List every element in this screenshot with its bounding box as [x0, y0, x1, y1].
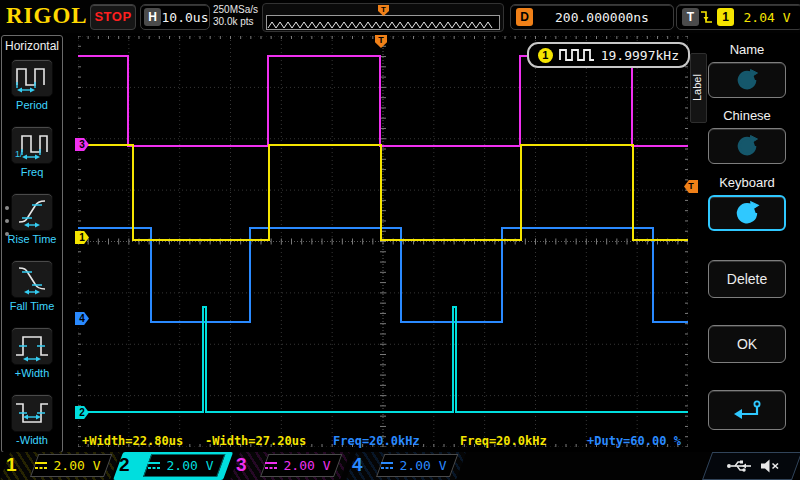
timebase-control[interactable]: H 10.0us — [140, 4, 210, 30]
dc-coupling-icon — [380, 461, 394, 471]
menu-item-plus-width[interactable]: +Width — [2, 327, 62, 379]
channel-2-indicator[interactable]: 22.00 V — [113, 452, 223, 480]
trigger-level-value: 2.04 V — [734, 10, 800, 25]
measurement-5: +Duty=60.00 % — [587, 434, 681, 448]
page-indicator-dot — [5, 206, 9, 210]
run-state-indicator[interactable]: STOP — [90, 4, 136, 30]
bottom-channel-bar: 12.00 V22.00 V32.00 V42.00 V — [0, 452, 800, 480]
memory-window — [266, 15, 500, 30]
svg-text:1/: 1/ — [15, 149, 23, 159]
period-icon — [11, 59, 53, 97]
channel-scale-value: 2.00 V — [54, 458, 101, 473]
softkey-ok-button[interactable]: OK — [708, 325, 786, 363]
menu-tab-label: Label — [690, 53, 707, 123]
dc-coupling-icon — [34, 461, 48, 471]
channel-scale-box: 2.00 V — [143, 454, 217, 477]
softkey-name-label: Name — [708, 42, 786, 57]
measurement-row: +Width=22.80us-Width=27.20usFreq=20.0kHz… — [76, 434, 690, 449]
delay-icon: D — [516, 8, 533, 26]
softkey-chinese-button[interactable] — [708, 128, 786, 164]
page-indicator-dot — [5, 232, 9, 236]
measurement-4: Freq=20.0kHz — [460, 434, 547, 448]
acquisition-info: 250MSa/s 30.0k pts — [213, 4, 258, 28]
channel-scale-box: 2.00 V — [260, 454, 334, 477]
usb-icon — [726, 458, 752, 474]
falling-edge-icon — [699, 8, 714, 26]
oscilloscope-screen: RIGOL STOP H 10.0us 250MSa/s 30.0k pts T… — [0, 0, 800, 480]
right-softkey-menu: Label Name Chinese Keyboard Delete OK — [688, 33, 800, 452]
memory-position-bar[interactable]: T — [262, 3, 504, 32]
channel-scale-box: 2.00 V — [376, 454, 450, 477]
measurement-1: +Width=22.80us — [82, 434, 183, 448]
menu-item-minus-width[interactable]: -Width — [2, 394, 62, 446]
channel-4-indicator[interactable]: 42.00 V — [346, 452, 456, 480]
channel-1-indicator[interactable]: 12.00 V — [0, 452, 110, 480]
cycle-icon — [735, 68, 759, 92]
waveform-display: 1 19.9997kHz +Width=22.80us-Width=27.20u… — [76, 33, 690, 452]
trigger-icon: T — [682, 8, 699, 26]
dc-coupling-icon — [264, 461, 278, 471]
left-menu-title: Horizontal — [2, 39, 62, 53]
channel-number: 4 — [352, 454, 363, 476]
plus-width-icon — [11, 327, 53, 365]
measurement-2: -Width=27.20us — [205, 434, 306, 448]
channel-number: 3 — [236, 454, 247, 476]
softkey-enter-button[interactable] — [708, 390, 786, 430]
counter-source-badge: 1 — [538, 48, 553, 63]
trigger-control[interactable]: T 1 2.04 V — [676, 4, 800, 30]
speaker-muted-icon — [760, 458, 780, 474]
softkey-chinese-label: Chinese — [708, 108, 786, 123]
channel-scale-value: 2.00 V — [400, 458, 447, 473]
counter-value: 19.9997kHz — [601, 48, 679, 63]
measurement-3: Freq=20.0kHz — [333, 434, 420, 448]
delay-value: 200.000000ns — [533, 10, 671, 25]
memory-waveform-icon — [267, 19, 497, 30]
rigol-logo: RIGOL — [6, 3, 88, 29]
dc-coupling-icon — [147, 461, 161, 471]
menu-item-period[interactable]: Period — [2, 59, 62, 111]
status-block — [702, 452, 792, 480]
fall-time-icon — [11, 260, 53, 298]
softkey-keyboard-label: Keyboard — [708, 175, 786, 190]
page-indicator-dot — [5, 219, 9, 223]
minus-width-icon — [11, 394, 53, 432]
channel-3-indicator[interactable]: 32.00 V — [230, 452, 340, 480]
channel-scale-value: 2.00 V — [284, 458, 331, 473]
enter-arrow-icon — [730, 398, 764, 422]
memory-depth: 30.0k pts — [213, 16, 258, 28]
rise-time-icon — [11, 193, 53, 231]
softkey-name-button[interactable] — [708, 62, 786, 98]
delay-control[interactable]: D 200.000000ns — [510, 4, 674, 30]
cycle-icon — [735, 134, 759, 158]
channel-scale-box: 2.00 V — [30, 454, 104, 477]
freq-icon: 1/ — [11, 126, 53, 164]
timebase-value: 10.0us — [161, 10, 209, 25]
channel-number: 2 — [119, 454, 130, 476]
graticule — [78, 36, 688, 447]
menu-item-freq[interactable]: 1/ Freq — [2, 126, 62, 178]
left-function-menu: Horizontal Period 1/ — [1, 35, 63, 453]
horizontal-icon: H — [144, 8, 161, 26]
menu-item-rise-time[interactable]: Rise Time — [2, 193, 62, 245]
channel-number: 1 — [6, 454, 17, 476]
cycle-icon — [734, 200, 760, 226]
frequency-counter: 1 19.9997kHz — [527, 42, 690, 68]
square-wave-icon — [559, 49, 595, 61]
top-status-bar: RIGOL STOP H 10.0us 250MSa/s 30.0k pts T… — [0, 0, 800, 33]
softkey-keyboard-button[interactable] — [708, 195, 786, 231]
menu-item-fall-time[interactable]: Fall Time — [2, 260, 62, 312]
channel-scale-value: 2.00 V — [167, 458, 214, 473]
softkey-delete-button[interactable]: Delete — [708, 260, 786, 298]
sample-rate: 250MSa/s — [213, 4, 258, 16]
trigger-source-badge: 1 — [717, 8, 734, 26]
